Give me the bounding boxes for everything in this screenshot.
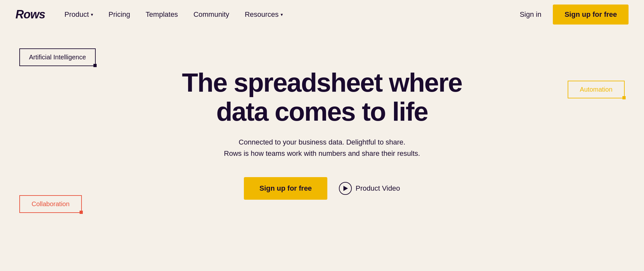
hero-section: Artificial Intelligence Automation Colla… <box>0 29 644 239</box>
badge-automation[interactable]: Automation <box>568 81 625 98</box>
hero-cta: Sign up for free Product Video <box>182 177 462 200</box>
chevron-down-icon-resources: ▾ <box>281 12 283 17</box>
hero-subtitle: Connected to your business data. Delight… <box>182 136 462 159</box>
badge-collaboration[interactable]: Collaboration <box>19 195 82 213</box>
navbar: Rows Product ▾ Pricing Templates Communi… <box>0 0 644 29</box>
play-triangle <box>343 186 348 191</box>
nav-actions: Sign in Sign up for free <box>520 5 629 25</box>
nav-resources[interactable]: Resources ▾ <box>245 10 283 19</box>
play-icon <box>339 182 352 195</box>
chevron-down-icon: ▾ <box>91 12 93 17</box>
nav-signup-button[interactable]: Sign up for free <box>553 5 629 25</box>
badge-ai[interactable]: Artificial Intelligence <box>19 48 96 66</box>
sign-in-link[interactable]: Sign in <box>520 10 541 19</box>
hero-title: The spreadsheet where data comes to life <box>182 68 462 126</box>
logo[interactable]: Rows <box>15 8 45 21</box>
nav-pricing[interactable]: Pricing <box>109 10 130 19</box>
nav-product[interactable]: Product ▾ <box>64 10 93 19</box>
nav-links: Product ▾ Pricing Templates Community Re… <box>64 10 520 19</box>
nav-community[interactable]: Community <box>193 10 229 19</box>
product-video-link[interactable]: Product Video <box>339 182 400 195</box>
nav-templates[interactable]: Templates <box>146 10 178 19</box>
hero-content: The spreadsheet where data comes to life… <box>182 68 462 200</box>
hero-signup-button[interactable]: Sign up for free <box>244 177 327 200</box>
